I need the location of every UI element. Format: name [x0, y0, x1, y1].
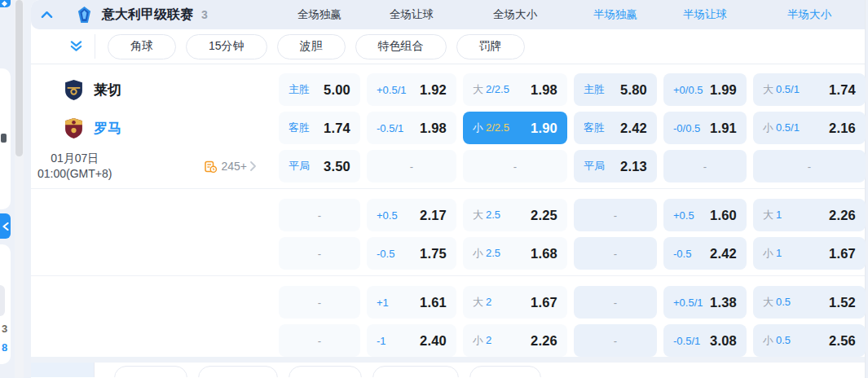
cutoff-card-fragment-top — [0, 68, 11, 209]
odds-label: 大0.5/1 — [763, 82, 800, 97]
chevron-right-icon — [250, 161, 256, 171]
next-match-tab-fragment[interactable] — [114, 366, 187, 377]
next-match-tab-fragment[interactable] — [469, 366, 541, 377]
match-time: 01:00(GMT+8) — [37, 166, 112, 182]
odds-cell[interactable]: 大12.26 — [753, 199, 866, 231]
odds-label-line: 0.5 — [776, 296, 791, 308]
odds-label: 小2 — [473, 333, 491, 348]
odds-cell-empty: - — [663, 150, 747, 182]
odds-cell[interactable]: 客胜1.74 — [279, 112, 360, 144]
next-match-tab-fragment[interactable] — [289, 366, 362, 377]
odds-cell[interactable]: +0.52.17 — [367, 199, 456, 231]
more-markets-link[interactable]: 245+ — [205, 160, 256, 173]
odds-cell[interactable]: 平局2.13 — [574, 150, 657, 182]
odds-cell[interactable]: 平局3.50 — [279, 150, 360, 182]
extra-markets-row: 角球15分钟波胆特色组合罚牌 — [31, 29, 865, 64]
market-tab[interactable]: 罚牌 — [456, 34, 525, 59]
markets-doc-icon — [205, 160, 217, 173]
odds-cell[interactable]: 小0.52.56 — [753, 324, 866, 357]
odds-value: 2.42 — [620, 121, 647, 136]
odds-label-line: -0.5/1 — [377, 122, 403, 134]
odds-cell-empty: - — [463, 150, 567, 182]
odds-label-line: 0.5/1 — [776, 121, 800, 134]
odds-label: -0.5/1 — [673, 335, 700, 347]
cutoff-pill-fragment — [0, 285, 5, 316]
league-match-card: 全场独赢全场让球全场大小半场独赢半场让球半场大小 意大利甲级联赛 3 — [31, 0, 866, 378]
next-match-tab-fragment[interactable] — [198, 366, 278, 377]
odds-label-line: -0.5/1 — [673, 335, 700, 347]
odds-cell[interactable]: 大2.52.25 — [463, 199, 567, 231]
odds-value: 2.26 — [531, 333, 557, 349]
odds-label: -0.5 — [377, 248, 394, 260]
odds-label: +0.5 — [377, 209, 398, 222]
odds-cell[interactable]: 小22.26 — [463, 324, 567, 357]
match-info-column: 莱切 罗马 01月07日 01:00(GMT+8) — [31, 64, 272, 357]
odds-cell[interactable]: 小11.67 — [753, 237, 866, 270]
odds-cell[interactable]: 客胜2.42 — [574, 112, 657, 144]
odds-cell-empty: - — [279, 199, 360, 231]
odds-cell[interactable]: -0.5/11.98 — [367, 112, 456, 144]
market-tab[interactable]: 15分钟 — [186, 34, 267, 59]
odds-cell[interactable]: +11.61 — [367, 286, 456, 319]
odds-value: 5.00 — [324, 82, 350, 98]
cutoff-blue-button-fragment[interactable] — [0, 0, 11, 7]
odds-cell[interactable]: 大0.51.52 — [753, 286, 866, 319]
league-match-count: 3 — [201, 8, 208, 21]
odds-label: +0.5/1 — [377, 84, 407, 96]
next-match-tab-fragment[interactable] — [372, 366, 459, 377]
odds-label: 小2/2.5 — [473, 121, 509, 135]
odds-value: 1.98 — [531, 82, 557, 98]
odds-cell[interactable]: -0.5/13.08 — [663, 324, 747, 357]
market-tab[interactable]: 角球 — [108, 34, 176, 59]
odds-cell[interactable]: 主胜5.00 — [279, 73, 360, 106]
odds-cell[interactable]: +0/0.51.99 — [663, 73, 747, 106]
scrollbar-thumb[interactable] — [15, 0, 23, 156]
odds-cell[interactable]: -0.52.42 — [663, 237, 747, 270]
odds-label: -1 — [377, 335, 386, 347]
odds-cell[interactable]: 小0.5/12.16 — [753, 112, 866, 144]
odds-cell[interactable]: 大2/2.51.98 — [463, 73, 567, 106]
odds-cell[interactable]: 大0.5/11.74 — [753, 73, 866, 106]
league-header: 全场独赢全场让球全场大小半场独赢半场让球半场大小 意大利甲级联赛 3 — [31, 0, 865, 29]
odds-cell-empty: - — [574, 324, 657, 357]
odds-value: 1.91 — [710, 121, 737, 136]
away-team-row[interactable]: 罗马 — [65, 112, 121, 144]
odds-label-line: 平局 — [289, 160, 310, 172]
odds-value: 2.13 — [620, 159, 647, 174]
odds-cell-selected[interactable]: 小2/2.51.90 — [463, 112, 567, 144]
cutoff-odds-number-top: 3 — [2, 323, 7, 335]
odds-cell-empty: - — [574, 237, 657, 270]
odds-label-line: 1 — [776, 209, 782, 221]
odds-value: 1.74 — [324, 121, 350, 136]
market-tab[interactable]: 波胆 — [277, 34, 346, 59]
odds-cell[interactable]: -0/0.51.91 — [663, 112, 747, 144]
next-match-expand-cell[interactable] — [31, 363, 95, 377]
odds-value: 1.67 — [829, 246, 856, 262]
collapse-left-panel-button[interactable] — [0, 213, 11, 239]
home-team-row[interactable]: 莱切 — [65, 73, 121, 106]
odds-value: 5.80 — [620, 82, 647, 98]
odds-value: 3.50 — [324, 159, 350, 174]
collapse-league-button[interactable] — [39, 7, 54, 22]
odds-cell[interactable]: -12.40 — [367, 324, 456, 357]
odds-label-line: 主胜 — [584, 83, 605, 95]
odds-label-prefix: 大 — [473, 83, 483, 95]
odds-label-prefix: 小 — [763, 247, 773, 259]
market-tabs: 角球15分钟波胆特色组合罚牌 — [108, 34, 535, 59]
odds-cell[interactable]: +0.5/11.92 — [367, 73, 456, 106]
odds-cell[interactable]: 大21.67 — [463, 286, 567, 319]
odds-label: 大0.5 — [763, 295, 791, 310]
market-tab[interactable]: 特色组合 — [355, 34, 447, 59]
odds-cell[interactable]: 小2.51.68 — [463, 237, 567, 270]
expand-more-button[interactable] — [68, 39, 83, 54]
odds-cell-empty: - — [279, 324, 360, 357]
block-separator-band — [31, 357, 865, 363]
odds-cell[interactable]: +0.51.60 — [663, 199, 747, 231]
odds-value: 1.61 — [420, 295, 447, 310]
odds-label-line: +0.5/1 — [673, 297, 703, 309]
odds-value: 2.40 — [420, 333, 447, 349]
odds-cell[interactable]: 主胜5.80 — [574, 73, 657, 106]
odds-label-line: +0/0.5 — [673, 84, 703, 96]
odds-cell[interactable]: +0.5/11.38 — [663, 286, 747, 319]
odds-cell[interactable]: -0.51.75 — [367, 237, 456, 270]
